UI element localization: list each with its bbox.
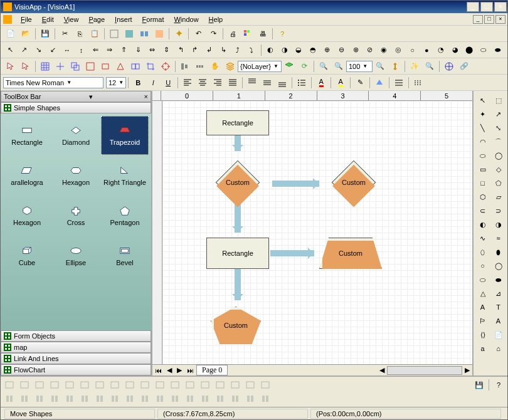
font-selector[interactable]: Times New Roman▼ bbox=[3, 77, 103, 88]
circle-tool-9[interactable]: ◎ bbox=[392, 43, 405, 57]
circle-tool-12[interactable]: ◔ bbox=[435, 43, 448, 57]
section-simple-shapes[interactable]: Simple Shapes bbox=[1, 102, 151, 113]
tb-btn-4[interactable] bbox=[152, 27, 166, 41]
arrow-tool-16[interactable]: ⤴ bbox=[231, 43, 245, 57]
bottom-btn-a12[interactable] bbox=[183, 378, 197, 392]
draw-tool-24[interactable]: ○ bbox=[475, 259, 490, 273]
zoom-out-button[interactable]: 🔍 bbox=[332, 60, 346, 73]
section-form-objects[interactable]: Form Objects bbox=[1, 330, 151, 342]
align-right-button[interactable] bbox=[211, 76, 225, 90]
draw-tool-21[interactable]: ≈ bbox=[490, 231, 506, 245]
flowchart-rectangle[interactable]: Rectangle bbox=[206, 238, 269, 269]
open-button[interactable]: 📂 bbox=[19, 27, 33, 41]
arrow-tool-6[interactable]: ⇐ bbox=[89, 43, 102, 57]
circle-tool-5[interactable]: ⊖ bbox=[335, 43, 348, 57]
bottom-btn-b10[interactable] bbox=[153, 392, 167, 406]
draw-tool-20[interactable]: ∿ bbox=[475, 231, 490, 245]
shape-diam[interactable]: Diamond bbox=[52, 116, 100, 155]
shape-trap[interactable]: Trapezoid bbox=[101, 116, 149, 155]
shape-para[interactable]: arallelogra bbox=[3, 156, 51, 195]
draw-tool-13[interactable]: ⬠ bbox=[490, 176, 506, 190]
draw-tool-32[interactable]: 🏳 bbox=[475, 314, 490, 328]
section-map[interactable]: map bbox=[1, 342, 151, 353]
bottom-btn-b15[interactable] bbox=[228, 392, 242, 406]
redo-button[interactable]: ↷ bbox=[206, 27, 220, 41]
drawing-canvas[interactable]: Rectangle Custom Custom Rectangle Custom… bbox=[162, 101, 472, 364]
draw-tool-31[interactable]: T bbox=[490, 300, 506, 314]
bottom-btn-a9[interactable] bbox=[138, 378, 152, 392]
bottom-btn-a2[interactable] bbox=[33, 378, 46, 392]
underline-button[interactable]: U bbox=[161, 76, 175, 90]
draw-tool-36[interactable]: a bbox=[475, 342, 490, 355]
bottom-btn-b9[interactable] bbox=[138, 392, 152, 406]
page-first-button[interactable]: ⏮ bbox=[152, 367, 164, 374]
bottom-btn-a3[interactable] bbox=[48, 378, 61, 392]
menu-format[interactable]: Format bbox=[137, 14, 169, 24]
crop-button[interactable] bbox=[144, 60, 157, 73]
bottom-btn-b0[interactable] bbox=[3, 392, 16, 406]
align-left-button[interactable] bbox=[181, 76, 194, 90]
zoom-input[interactable]: 100▼ bbox=[346, 61, 373, 72]
draw-tool-10[interactable]: ▭ bbox=[475, 162, 490, 176]
draw-tool-35[interactable]: 📄 bbox=[490, 328, 506, 342]
bottom-btn-b16[interactable] bbox=[243, 392, 257, 406]
combine-button[interactable] bbox=[129, 60, 142, 73]
draw-tool-5[interactable]: ⤡ bbox=[490, 121, 506, 135]
bottom-btn-b2[interactable] bbox=[33, 392, 46, 406]
bottom-btn-a5[interactable] bbox=[78, 378, 92, 392]
circle-tool-15[interactable]: ⬭ bbox=[477, 43, 490, 57]
snap-button[interactable] bbox=[53, 60, 67, 73]
refresh-button[interactable]: ⟳ bbox=[297, 60, 311, 73]
draw-tool-17[interactable]: ⊃ bbox=[490, 204, 506, 218]
tb-btn-1[interactable] bbox=[107, 27, 121, 41]
draw-tool-4[interactable]: ╲ bbox=[475, 121, 490, 135]
draw-tool-37[interactable]: ⌂ bbox=[490, 342, 506, 355]
bottom-btn-b6[interactable] bbox=[93, 392, 107, 406]
undo-button[interactable]: ↶ bbox=[191, 27, 205, 41]
draw-tool-30[interactable]: A bbox=[475, 300, 490, 314]
arrow-tool-4[interactable]: ↔ bbox=[61, 43, 74, 57]
arrow-tool-15[interactable]: ↳ bbox=[217, 43, 230, 57]
bottom-btn-a17[interactable] bbox=[258, 378, 272, 392]
bottom-btn-a11[interactable] bbox=[168, 378, 182, 392]
arrow-tool-14[interactable]: ↲ bbox=[203, 43, 216, 57]
draw-tool-8[interactable]: ⬭ bbox=[475, 149, 490, 162]
tb-grid-button[interactable] bbox=[241, 27, 255, 41]
arrow-tool-9[interactable]: ⇓ bbox=[132, 43, 145, 57]
sigma-button[interactable] bbox=[442, 60, 456, 73]
arrow-tool-11[interactable]: ⇕ bbox=[160, 43, 173, 57]
flowchart-rectangle[interactable]: Rectangle bbox=[206, 110, 269, 135]
mdi-minimize-button[interactable]: _ bbox=[473, 15, 483, 24]
italic-button[interactable]: I bbox=[146, 76, 160, 90]
bottom-btn-a6[interactable] bbox=[93, 378, 107, 392]
close-button[interactable]: × bbox=[494, 2, 507, 12]
draw-tool-15[interactable]: ▱ bbox=[490, 190, 506, 204]
draw-tool-6[interactable]: ◠ bbox=[475, 135, 490, 149]
draw-tool-19[interactable]: ◑ bbox=[490, 218, 506, 231]
flowchart-trapezoid[interactable]: Custom bbox=[319, 238, 382, 269]
circle-tool-10[interactable]: ○ bbox=[406, 43, 419, 57]
circle-tool-13[interactable]: ◕ bbox=[448, 43, 462, 57]
toolbox-close-button[interactable]: × bbox=[144, 93, 148, 100]
zoom-fit-button[interactable]: 🔍 bbox=[373, 60, 387, 73]
circle-tool-8[interactable]: ◉ bbox=[378, 43, 391, 57]
bottom-btn-b5[interactable] bbox=[78, 392, 92, 406]
shape-search-button[interactable]: 🔍 bbox=[423, 60, 437, 73]
flowchart-diamond[interactable]: Custom bbox=[216, 160, 260, 205]
toolbox-dropdown-icon[interactable]: ▾ bbox=[89, 93, 93, 101]
circle-tool-3[interactable]: ◓ bbox=[307, 43, 320, 57]
menu-insert[interactable]: Insert bbox=[110, 14, 137, 24]
minimize-button[interactable]: _ bbox=[467, 2, 479, 12]
draw-tool-16[interactable]: ⊂ bbox=[475, 204, 490, 218]
circle-tool-11[interactable]: ● bbox=[420, 43, 433, 57]
draw-tool-33[interactable]: A bbox=[490, 314, 506, 328]
menu-page[interactable]: Page bbox=[83, 14, 110, 24]
shape-ell[interactable]: Ellipse bbox=[52, 236, 100, 275]
draw-tool-11[interactable]: ◇ bbox=[490, 162, 506, 176]
menu-edit[interactable]: Edit bbox=[37, 14, 59, 24]
page-last-button[interactable]: ⏭ bbox=[184, 367, 196, 374]
maximize-button[interactable]: □ bbox=[480, 2, 493, 12]
circle-tool-14[interactable]: ⬤ bbox=[463, 43, 476, 57]
target-button[interactable] bbox=[159, 60, 172, 73]
circle-tool-0[interactable]: ◐ bbox=[264, 43, 277, 57]
